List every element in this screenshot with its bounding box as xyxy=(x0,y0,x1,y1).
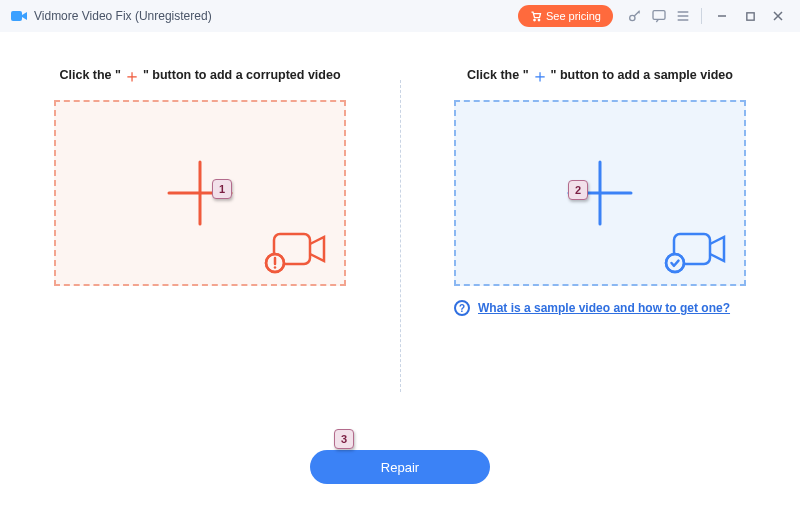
corrupted-video-panel: Click the " ＋ " button to add a corrupte… xyxy=(0,32,400,512)
add-sample-video-dropzone[interactable] xyxy=(454,100,746,286)
see-pricing-label: See pricing xyxy=(546,10,601,22)
sample-video-panel: Click the " ＋ " button to add a sample v… xyxy=(400,32,800,512)
minimize-button[interactable] xyxy=(708,4,736,28)
window-title: Vidmore Video Fix (Unregistered) xyxy=(34,9,212,23)
app-logo-icon xyxy=(10,7,28,25)
key-icon[interactable] xyxy=(623,4,647,28)
main-content: Click the " ＋ " button to add a corrupte… xyxy=(0,32,800,512)
sample-video-help: ? What is a sample video and how to get … xyxy=(454,300,746,317)
svg-point-1 xyxy=(534,19,536,21)
repair-label: Repair xyxy=(381,460,419,475)
svg-rect-0 xyxy=(11,11,22,21)
close-button[interactable] xyxy=(764,4,792,28)
add-corrupted-plus-icon xyxy=(163,156,237,230)
feedback-icon[interactable] xyxy=(647,4,671,28)
sample-video-help-link[interactable]: What is a sample video and how to get on… xyxy=(478,300,730,317)
svg-point-2 xyxy=(538,19,540,21)
see-pricing-button[interactable]: See pricing xyxy=(518,5,613,27)
help-icon: ? xyxy=(454,300,470,316)
titlebar-separator xyxy=(701,8,702,24)
svg-rect-4 xyxy=(653,11,665,20)
corrupted-camera-icon xyxy=(264,226,330,274)
sample-camera-icon xyxy=(664,226,730,274)
corrupted-instruction: Click the " ＋ " button to add a corrupte… xyxy=(59,68,340,82)
svg-rect-5 xyxy=(746,12,753,19)
svg-point-3 xyxy=(630,15,635,20)
menu-icon[interactable] xyxy=(671,4,695,28)
repair-button[interactable]: Repair xyxy=(310,450,490,484)
vertical-divider xyxy=(400,80,401,392)
add-corrupted-video-dropzone[interactable] xyxy=(54,100,346,286)
titlebar: Vidmore Video Fix (Unregistered) See pri… xyxy=(0,0,800,32)
svg-point-9 xyxy=(274,266,277,269)
maximize-button[interactable] xyxy=(736,4,764,28)
add-sample-plus-icon xyxy=(563,156,637,230)
sample-instruction: Click the " ＋ " button to add a sample v… xyxy=(467,68,733,82)
cart-icon xyxy=(530,10,542,22)
